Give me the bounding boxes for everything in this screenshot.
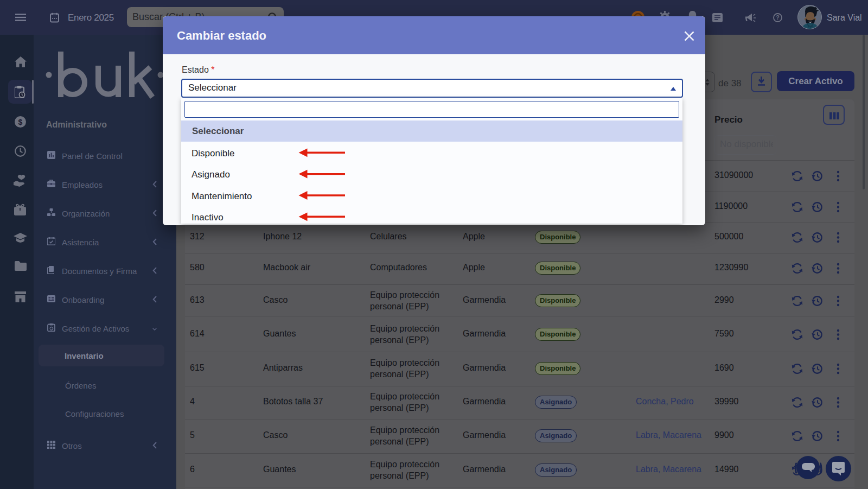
svg-text:$: $ [18, 118, 23, 126]
svg-text:?: ? [776, 14, 779, 21]
